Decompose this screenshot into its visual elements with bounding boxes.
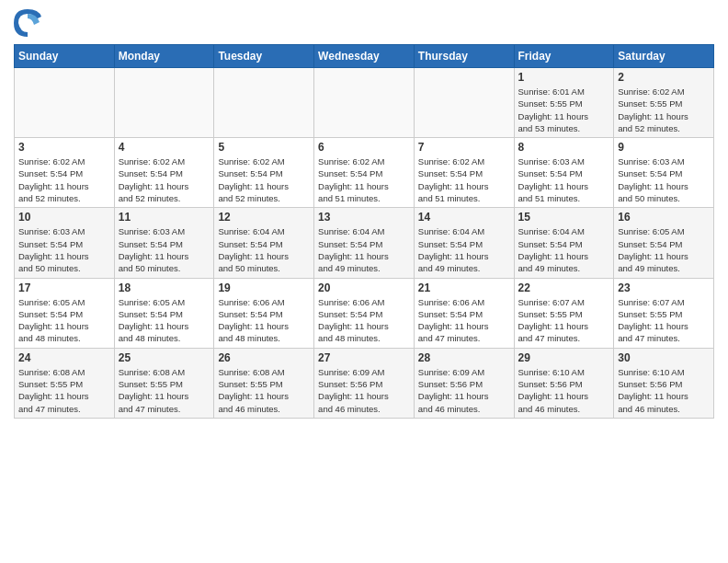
day-number: 18: [119, 282, 210, 294]
day-number: 27: [318, 351, 410, 364]
day-number: 1: [518, 71, 610, 84]
day-info: Sunrise: 6:08 AM Sunset: 5:55 PM Dayligh…: [218, 366, 310, 415]
day-number: 14: [418, 211, 510, 224]
calendar-cell: 17Sunrise: 6:05 AM Sunset: 5:54 PM Dayli…: [15, 278, 115, 348]
day-number: 21: [418, 282, 510, 294]
day-number: 7: [418, 141, 510, 154]
calendar-cell: [214, 68, 314, 138]
calendar-cell: 27Sunrise: 6:09 AM Sunset: 5:56 PM Dayli…: [314, 348, 415, 418]
calendar-cell: 9Sunrise: 6:03 AM Sunset: 5:54 PM Daylig…: [614, 138, 714, 208]
day-info: Sunrise: 6:07 AM Sunset: 5:55 PM Dayligh…: [618, 296, 710, 345]
day-info: Sunrise: 6:09 AM Sunset: 5:56 PM Dayligh…: [318, 366, 410, 415]
weekday-header-tuesday: Tuesday: [214, 45, 314, 68]
calendar-table: SundayMondayTuesdayWednesdayThursdayFrid…: [14, 44, 714, 419]
calendar-cell: 5Sunrise: 6:02 AM Sunset: 5:54 PM Daylig…: [214, 138, 314, 208]
calendar-cell: 2Sunrise: 6:02 AM Sunset: 5:55 PM Daylig…: [614, 68, 714, 138]
day-info: Sunrise: 6:08 AM Sunset: 5:55 PM Dayligh…: [18, 366, 110, 415]
day-info: Sunrise: 6:04 AM Sunset: 5:54 PM Dayligh…: [418, 225, 510, 274]
day-number: 29: [518, 351, 610, 364]
weekday-header-thursday: Thursday: [414, 45, 514, 68]
day-number: 16: [618, 211, 710, 224]
calendar-cell: 24Sunrise: 6:08 AM Sunset: 5:55 PM Dayli…: [15, 348, 115, 418]
weekday-header-sunday: Sunday: [15, 45, 115, 68]
weekday-header-row: SundayMondayTuesdayWednesdayThursdayFrid…: [15, 45, 714, 68]
calendar-page: SundayMondayTuesdayWednesdayThursdayFrid…: [0, 0, 728, 432]
day-number: 28: [418, 351, 510, 364]
calendar-cell: 11Sunrise: 6:03 AM Sunset: 5:54 PM Dayli…: [114, 208, 214, 278]
weekday-header-friday: Friday: [514, 45, 614, 68]
calendar-cell: 20Sunrise: 6:06 AM Sunset: 5:54 PM Dayli…: [314, 278, 415, 348]
calendar-cell: 6Sunrise: 6:02 AM Sunset: 5:54 PM Daylig…: [314, 138, 415, 208]
day-number: 9: [618, 141, 710, 154]
day-number: 2: [618, 71, 710, 84]
day-info: Sunrise: 6:05 AM Sunset: 5:54 PM Dayligh…: [18, 296, 110, 345]
day-info: Sunrise: 6:06 AM Sunset: 5:54 PM Dayligh…: [218, 296, 310, 345]
day-info: Sunrise: 6:05 AM Sunset: 5:54 PM Dayligh…: [618, 225, 710, 274]
calendar-cell: 7Sunrise: 6:02 AM Sunset: 5:54 PM Daylig…: [414, 138, 514, 208]
calendar-cell: 28Sunrise: 6:09 AM Sunset: 5:56 PM Dayli…: [414, 348, 514, 418]
day-info: Sunrise: 6:02 AM Sunset: 5:54 PM Dayligh…: [119, 155, 210, 204]
day-number: 11: [119, 211, 210, 224]
day-info: Sunrise: 6:06 AM Sunset: 5:54 PM Dayligh…: [318, 296, 410, 345]
day-info: Sunrise: 6:05 AM Sunset: 5:54 PM Dayligh…: [119, 296, 210, 345]
calendar-cell: 21Sunrise: 6:06 AM Sunset: 5:54 PM Dayli…: [414, 278, 514, 348]
day-number: 23: [618, 282, 710, 294]
day-info: Sunrise: 6:04 AM Sunset: 5:54 PM Dayligh…: [318, 225, 410, 274]
calendar-cell: 30Sunrise: 6:10 AM Sunset: 5:56 PM Dayli…: [614, 348, 714, 418]
day-number: 13: [318, 211, 410, 224]
calendar-cell: 25Sunrise: 6:08 AM Sunset: 5:55 PM Dayli…: [114, 348, 214, 418]
day-info: Sunrise: 6:03 AM Sunset: 5:54 PM Dayligh…: [18, 225, 110, 274]
day-number: 10: [18, 211, 110, 224]
day-info: Sunrise: 6:09 AM Sunset: 5:56 PM Dayligh…: [418, 366, 510, 415]
week-row-5: 24Sunrise: 6:08 AM Sunset: 5:55 PM Dayli…: [15, 348, 714, 418]
day-info: Sunrise: 6:02 AM Sunset: 5:55 PM Dayligh…: [618, 86, 710, 134]
day-number: 6: [318, 141, 410, 154]
day-number: 17: [18, 282, 110, 294]
day-number: 30: [618, 351, 710, 364]
day-info: Sunrise: 6:03 AM Sunset: 5:54 PM Dayligh…: [618, 155, 710, 204]
calendar-cell: 4Sunrise: 6:02 AM Sunset: 5:54 PM Daylig…: [114, 138, 214, 208]
calendar-cell: 18Sunrise: 6:05 AM Sunset: 5:54 PM Dayli…: [114, 278, 214, 348]
calendar-cell: [15, 68, 115, 138]
calendar-cell: 15Sunrise: 6:04 AM Sunset: 5:54 PM Dayli…: [514, 208, 614, 278]
day-info: Sunrise: 6:03 AM Sunset: 5:54 PM Dayligh…: [518, 155, 610, 204]
day-number: 15: [518, 211, 610, 224]
calendar-cell: 12Sunrise: 6:04 AM Sunset: 5:54 PM Dayli…: [214, 208, 314, 278]
day-info: Sunrise: 6:02 AM Sunset: 5:54 PM Dayligh…: [218, 155, 310, 204]
day-number: 22: [518, 282, 610, 294]
day-info: Sunrise: 6:10 AM Sunset: 5:56 PM Dayligh…: [618, 366, 710, 415]
day-number: 24: [18, 351, 110, 364]
logo-icon: [14, 9, 41, 37]
day-number: 4: [119, 141, 210, 154]
day-info: Sunrise: 6:03 AM Sunset: 5:54 PM Dayligh…: [119, 225, 210, 274]
logo: [14, 9, 45, 37]
calendar-cell: 19Sunrise: 6:06 AM Sunset: 5:54 PM Dayli…: [214, 278, 314, 348]
calendar-cell: [114, 68, 214, 138]
calendar-cell: 22Sunrise: 6:07 AM Sunset: 5:55 PM Dayli…: [514, 278, 614, 348]
day-number: 19: [218, 282, 310, 294]
calendar-cell: 8Sunrise: 6:03 AM Sunset: 5:54 PM Daylig…: [514, 138, 614, 208]
week-row-4: 17Sunrise: 6:05 AM Sunset: 5:54 PM Dayli…: [15, 278, 714, 348]
day-number: 8: [518, 141, 610, 154]
day-info: Sunrise: 6:02 AM Sunset: 5:54 PM Dayligh…: [418, 155, 510, 204]
day-number: 5: [218, 141, 310, 154]
calendar-cell: 16Sunrise: 6:05 AM Sunset: 5:54 PM Dayli…: [614, 208, 714, 278]
calendar-cell: 26Sunrise: 6:08 AM Sunset: 5:55 PM Dayli…: [214, 348, 314, 418]
calendar-cell: [414, 68, 514, 138]
week-row-1: 1Sunrise: 6:01 AM Sunset: 5:55 PM Daylig…: [15, 68, 714, 138]
header: [14, 9, 714, 37]
calendar-cell: [314, 68, 415, 138]
day-number: 12: [218, 211, 310, 224]
week-row-3: 10Sunrise: 6:03 AM Sunset: 5:54 PM Dayli…: [15, 208, 714, 278]
calendar-cell: 1Sunrise: 6:01 AM Sunset: 5:55 PM Daylig…: [514, 68, 614, 138]
weekday-header-saturday: Saturday: [614, 45, 714, 68]
day-info: Sunrise: 6:07 AM Sunset: 5:55 PM Dayligh…: [518, 296, 610, 345]
week-row-2: 3Sunrise: 6:02 AM Sunset: 5:54 PM Daylig…: [15, 138, 714, 208]
day-info: Sunrise: 6:10 AM Sunset: 5:56 PM Dayligh…: [518, 366, 610, 415]
weekday-header-wednesday: Wednesday: [314, 45, 415, 68]
calendar-cell: 13Sunrise: 6:04 AM Sunset: 5:54 PM Dayli…: [314, 208, 415, 278]
day-number: 20: [318, 282, 410, 294]
day-info: Sunrise: 6:02 AM Sunset: 5:54 PM Dayligh…: [18, 155, 110, 204]
day-info: Sunrise: 6:08 AM Sunset: 5:55 PM Dayligh…: [119, 366, 210, 415]
day-info: Sunrise: 6:04 AM Sunset: 5:54 PM Dayligh…: [218, 225, 310, 274]
